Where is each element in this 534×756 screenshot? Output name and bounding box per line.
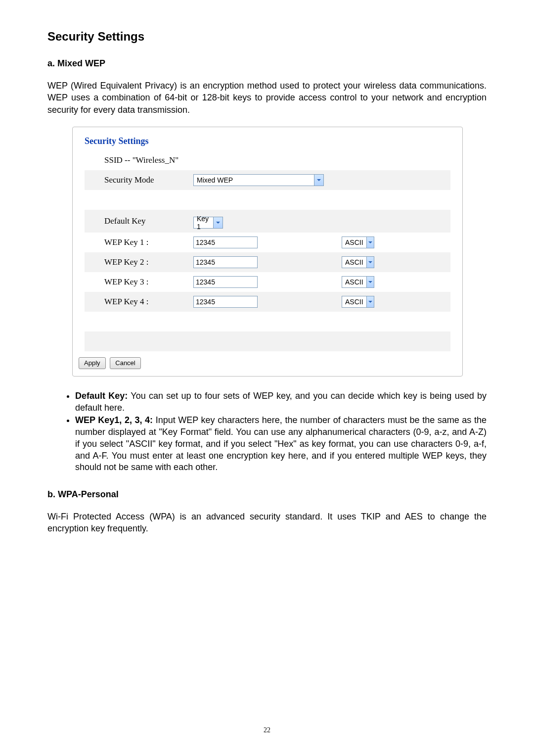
section-b-intro: Wi-Fi Protected Access (WPA) is an advan… <box>47 511 487 535</box>
chevron-down-icon <box>366 277 374 287</box>
apply-button[interactable]: Apply <box>79 357 106 369</box>
default-key-value: Key 1 <box>194 217 213 228</box>
wep-key3-label: WEP Key 3 : <box>104 277 193 287</box>
bullet-default-key-text: You can set up to four sets of WEP key, … <box>75 391 487 413</box>
bullet-wep-keys: WEP Key1, 2, 3, 4: Input WEP key charact… <box>75 415 487 473</box>
wep-key2-type-value: ASCII <box>342 257 366 268</box>
security-settings-panel: Security Settings SSID -- "Wireless_N" S… <box>72 127 463 377</box>
wep-key1-type-value: ASCII <box>342 237 366 248</box>
wep-key1-label: WEP Key 1 : <box>104 237 193 247</box>
wep-key4-input[interactable] <box>193 296 258 308</box>
wep-key4-type-value: ASCII <box>342 296 366 307</box>
wep-key2-label: WEP Key 2 : <box>104 257 193 267</box>
chevron-down-icon <box>213 217 222 228</box>
wep-key3-input[interactable] <box>193 276 258 288</box>
wep-key1-type-select[interactable]: ASCII <box>342 236 374 248</box>
bullet-default-key-bold: Default Key: <box>75 391 128 401</box>
security-mode-value: Mixed WEP <box>194 175 314 186</box>
panel-title: Security Settings <box>85 136 450 146</box>
chevron-down-icon <box>366 257 374 268</box>
page-heading: Security Settings <box>47 30 487 44</box>
default-key-select[interactable]: Key 1 <box>193 217 223 229</box>
chevron-down-icon <box>314 175 323 186</box>
security-mode-select[interactable]: Mixed WEP <box>193 174 324 186</box>
section-a-intro: WEP (Wired Equivalent Privacy) is an enc… <box>47 80 487 116</box>
wep-key1-input[interactable] <box>193 236 258 248</box>
wep-key2-type-select[interactable]: ASCII <box>342 256 374 268</box>
default-key-label: Default Key <box>104 216 193 226</box>
bullet-wep-keys-bold: WEP Key1, 2, 3, 4: <box>75 415 153 425</box>
bullet-default-key: Default Key: You can set up to four sets… <box>75 390 487 414</box>
section-b-title: b. WPA-Personal <box>47 489 487 500</box>
cancel-button[interactable]: Cancel <box>110 357 140 369</box>
ssid-label: SSID -- "Wireless_N" <box>104 155 193 165</box>
wep-key2-input[interactable] <box>193 256 258 268</box>
bullet-list: Default Key: You can set up to four sets… <box>47 390 487 473</box>
chevron-down-icon <box>366 296 374 307</box>
section-a-title: a. Mixed WEP <box>47 58 487 69</box>
page-number: 22 <box>0 726 534 734</box>
security-mode-label: Security Mode <box>104 175 193 185</box>
wep-key3-type-select[interactable]: ASCII <box>342 276 374 288</box>
wep-key4-type-select[interactable]: ASCII <box>342 296 374 308</box>
wep-key3-type-value: ASCII <box>342 277 366 287</box>
wep-key4-label: WEP Key 4 : <box>104 297 193 307</box>
chevron-down-icon <box>366 237 374 248</box>
